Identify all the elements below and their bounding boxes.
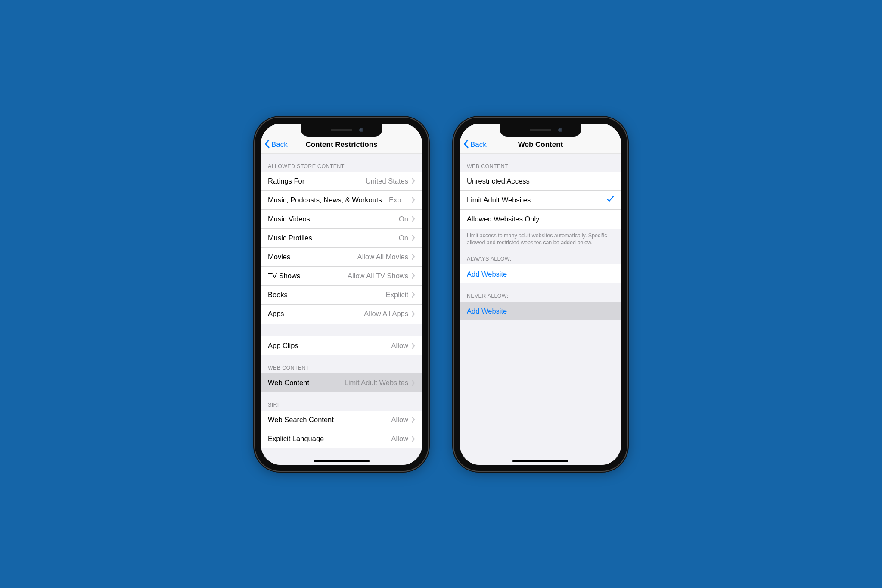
row-explicit-language[interactable]: Explicit Language Allow: [261, 429, 422, 448]
row-label: Explicit Language: [268, 435, 391, 443]
row-value: On: [399, 234, 408, 242]
row-label: Music, Podcasts, News, & Workouts: [268, 196, 389, 204]
row-label: Apps: [268, 310, 364, 318]
group-always-allow: Add Website: [460, 264, 621, 283]
chevron-right-icon: [412, 235, 415, 241]
add-website-always[interactable]: Add Website: [460, 264, 621, 283]
settings-list[interactable]: ALLOWED STORE CONTENT Ratings For United…: [261, 154, 422, 465]
home-indicator[interactable]: [314, 460, 370, 462]
back-label: Back: [271, 140, 288, 149]
option-allowed-only[interactable]: Allowed Websites Only: [460, 210, 621, 229]
row-value: On: [399, 215, 408, 223]
option-limit-adult[interactable]: Limit Adult Websites: [460, 191, 621, 210]
chevron-right-icon: [412, 197, 415, 203]
back-button[interactable]: Back: [463, 139, 487, 151]
row-ratings-for[interactable]: Ratings For United States: [261, 172, 422, 191]
chevron-right-icon: [412, 254, 415, 260]
add-website-never[interactable]: Add Website: [460, 302, 621, 320]
row-value: United States: [366, 177, 408, 185]
section-header-always-allow: ALWAYS ALLOW:: [460, 246, 621, 264]
chevron-right-icon: [412, 216, 415, 222]
chevron-right-icon: [412, 292, 415, 298]
chevron-right-icon: [412, 178, 415, 184]
phone-content-restrictions: Back Content Restrictions ALLOWED STORE …: [255, 118, 428, 471]
row-music-videos[interactable]: Music Videos On: [261, 210, 422, 229]
chevron-left-icon: [264, 139, 270, 151]
row-tv-shows[interactable]: TV Shows Allow All TV Shows: [261, 267, 422, 286]
row-music-podcasts[interactable]: Music, Podcasts, News, & Workouts Exp…: [261, 191, 422, 210]
row-apps[interactable]: Apps Allow All Apps: [261, 305, 422, 324]
row-label: Limit Adult Websites: [467, 196, 606, 204]
row-value: Allow: [391, 342, 408, 350]
screen: Back Content Restrictions ALLOWED STORE …: [261, 124, 422, 465]
option-unrestricted[interactable]: Unrestricted Access: [460, 172, 621, 191]
row-label: Web Content: [268, 379, 345, 387]
phone-notch: [500, 124, 581, 137]
row-app-clips[interactable]: App Clips Allow: [261, 336, 422, 355]
section-header-web: WEB CONTENT: [261, 355, 422, 373]
row-value: Allow All Apps: [364, 310, 408, 318]
row-label: Unrestricted Access: [467, 177, 614, 185]
row-value: Exp…: [389, 196, 408, 204]
row-label: Ratings For: [268, 177, 366, 185]
settings-list[interactable]: WEB CONTENT Unrestricted Access Limit Ad…: [460, 154, 621, 465]
row-value: Allow All Movies: [357, 253, 408, 261]
home-indicator[interactable]: [512, 460, 568, 462]
group-never-allow: Add Website: [460, 302, 621, 320]
row-label: App Clips: [268, 342, 391, 350]
row-label: Movies: [268, 253, 357, 261]
section-header-web-content: WEB CONTENT: [460, 154, 621, 172]
row-web-search-content[interactable]: Web Search Content Allow: [261, 411, 422, 429]
row-label: Allowed Websites Only: [467, 215, 614, 223]
row-label: Books: [268, 291, 386, 299]
chevron-right-icon: [412, 343, 415, 349]
section-header-store: ALLOWED STORE CONTENT: [261, 154, 422, 172]
row-label: Music Profiles: [268, 234, 399, 242]
row-label: Add Website: [467, 270, 614, 278]
group-options: Unrestricted Access Limit Adult Websites…: [460, 172, 621, 229]
chevron-right-icon: [412, 311, 415, 317]
row-label: Web Search Content: [268, 416, 391, 424]
row-value: Allow All TV Shows: [348, 272, 408, 280]
row-label: Add Website: [467, 307, 614, 315]
group-store: Ratings For United States Music, Podcast…: [261, 172, 422, 324]
row-value: Allow: [391, 416, 408, 424]
group-appclips: App Clips Allow: [261, 336, 422, 355]
row-value: Allow: [391, 435, 408, 443]
row-music-profiles[interactable]: Music Profiles On: [261, 229, 422, 248]
row-value: Explicit: [386, 291, 408, 299]
phone-web-content: Back Web Content WEB CONTENT Unrestricte…: [454, 118, 627, 471]
checkmark-icon: [606, 196, 614, 204]
group-siri: Web Search Content Allow Explicit Langua…: [261, 411, 422, 448]
section-footer-options: Limit access to many adult websites auto…: [460, 229, 621, 247]
row-web-content[interactable]: Web Content Limit Adult Websites: [261, 373, 422, 392]
screen: Back Web Content WEB CONTENT Unrestricte…: [460, 124, 621, 465]
chevron-right-icon: [412, 436, 415, 442]
back-label: Back: [470, 140, 487, 149]
phone-notch: [301, 124, 382, 137]
row-value: Limit Adult Websites: [345, 379, 408, 387]
chevron-right-icon: [412, 380, 415, 386]
row-label: TV Shows: [268, 272, 348, 280]
row-label: Music Videos: [268, 215, 399, 223]
section-header-never-allow: NEVER ALLOW:: [460, 283, 621, 302]
section-header-siri: SIRI: [261, 392, 422, 411]
row-books[interactable]: Books Explicit: [261, 286, 422, 305]
chevron-left-icon: [463, 139, 469, 151]
chevron-right-icon: [412, 273, 415, 279]
back-button[interactable]: Back: [264, 139, 288, 151]
chevron-right-icon: [412, 417, 415, 423]
row-movies[interactable]: Movies Allow All Movies: [261, 248, 422, 267]
group-web: Web Content Limit Adult Websites: [261, 373, 422, 392]
